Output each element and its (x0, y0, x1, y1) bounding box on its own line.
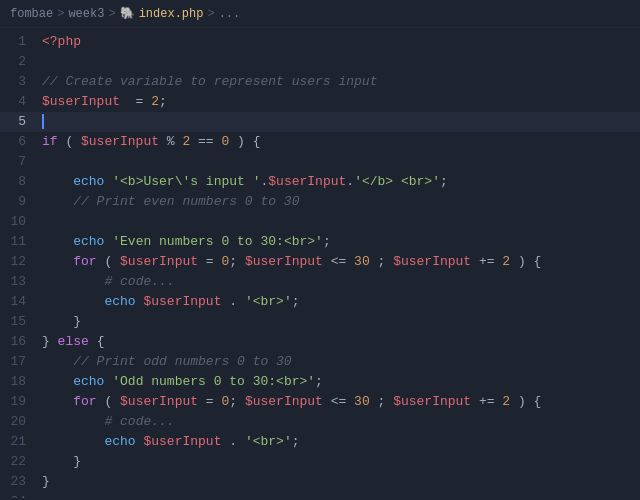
line-20: 20 # code... (0, 412, 640, 432)
line-23: 23 } (0, 472, 640, 492)
line-9: 9 // Print even numbers 0 to 30 (0, 192, 640, 212)
line-4: 4 $userInput = 2; (0, 92, 640, 112)
breadcrumb-more: ... (219, 7, 241, 21)
line-3: 3 // Create variable to represent users … (0, 72, 640, 92)
line-15: 15 } (0, 312, 640, 332)
breadcrumb-folder1[interactable]: fombae (10, 7, 53, 21)
line-11: 11 echo 'Even numbers 0 to 30:<br>'; (0, 232, 640, 252)
line-13: 13 # code... (0, 272, 640, 292)
breadcrumb-folder2[interactable]: week3 (68, 7, 104, 21)
line-16: 16 } else { (0, 332, 640, 352)
line-19: 19 for ( $userInput = 0; $userInput <= 3… (0, 392, 640, 412)
line-12: 12 for ( $userInput = 0; $userInput <= 3… (0, 252, 640, 272)
line-7: 7 (0, 152, 640, 172)
line-2: 2 (0, 52, 640, 72)
breadcrumb-elephant-icon: 🐘 (120, 6, 135, 21)
line-22: 22 } (0, 452, 640, 472)
line-8: 8 echo '<b>User\'s input '.$userInput.'<… (0, 172, 640, 192)
breadcrumb-sep2: > (108, 7, 115, 21)
line-24: 24 (0, 492, 640, 498)
line-14: 14 echo $userInput . '<br>'; (0, 292, 640, 312)
line-5: 5 (0, 112, 640, 132)
breadcrumb-file[interactable]: index.php (139, 7, 204, 21)
line-6: 6 if ( $userInput % 2 == 0 ) { (0, 132, 640, 152)
line-1: 1 <?php (0, 32, 640, 52)
breadcrumb: fombae > week3 > 🐘 index.php > ... (0, 0, 640, 28)
breadcrumb-sep3: > (207, 7, 214, 21)
line-21: 21 echo $userInput . '<br>'; (0, 432, 640, 452)
editor[interactable]: 1 <?php 2 3 // Create variable to repres… (0, 28, 640, 498)
line-17: 17 // Print odd numbers 0 to 30 (0, 352, 640, 372)
line-18: 18 echo 'Odd numbers 0 to 30:<br>'; (0, 372, 640, 392)
line-10: 10 (0, 212, 640, 232)
breadcrumb-sep1: > (57, 7, 64, 21)
